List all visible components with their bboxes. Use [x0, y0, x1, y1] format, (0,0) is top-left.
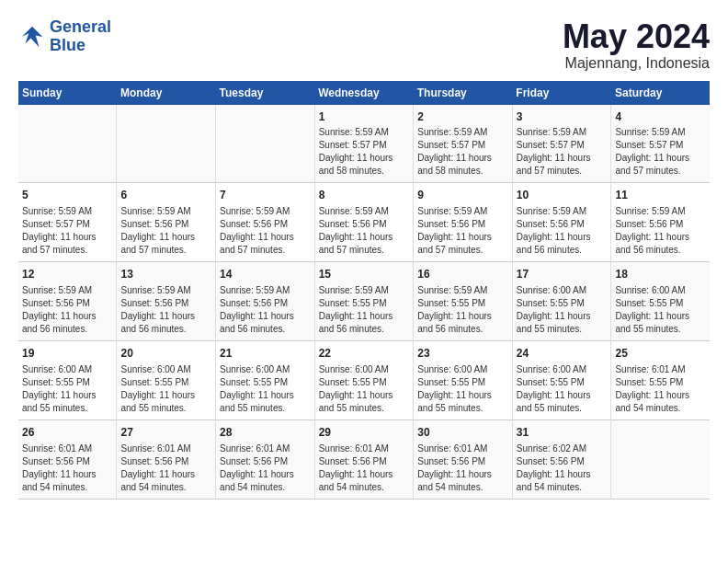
weekday-header-friday: Friday	[512, 81, 611, 105]
day-number: 15	[319, 267, 410, 282]
day-info: Sunrise: 6:00 AM Sunset: 5:55 PM Dayligh…	[517, 363, 608, 415]
day-number: 1	[319, 109, 410, 125]
calendar-week-row: 19Sunrise: 6:00 AM Sunset: 5:55 PM Dayli…	[18, 340, 710, 419]
day-number: 30	[417, 425, 508, 441]
calendar-cell: 25Sunrise: 6:01 AM Sunset: 5:55 PM Dayli…	[611, 340, 710, 419]
day-info: Sunrise: 5:59 AM Sunset: 5:57 PM Dayligh…	[517, 126, 608, 178]
day-info: Sunrise: 6:01 AM Sunset: 5:56 PM Dayligh…	[22, 442, 112, 494]
day-number: 3	[517, 109, 608, 125]
logo: General Blue	[18, 18, 111, 55]
day-info: Sunrise: 6:00 AM Sunset: 5:55 PM Dayligh…	[319, 363, 410, 415]
day-number: 18	[615, 267, 706, 282]
day-number: 9	[417, 188, 508, 203]
calendar-cell: 27Sunrise: 6:01 AM Sunset: 5:56 PM Dayli…	[117, 419, 216, 499]
calendar-cell: 6Sunrise: 5:59 AM Sunset: 5:56 PM Daylig…	[117, 183, 216, 262]
calendar-cell: 1Sunrise: 5:59 AM Sunset: 5:57 PM Daylig…	[314, 105, 414, 183]
day-number: 16	[417, 267, 508, 282]
day-number: 2	[417, 109, 508, 125]
calendar-cell: 14Sunrise: 5:59 AM Sunset: 5:56 PM Dayli…	[216, 262, 315, 341]
day-info: Sunrise: 6:01 AM Sunset: 5:56 PM Dayligh…	[319, 442, 410, 494]
calendar-cell: 3Sunrise: 5:59 AM Sunset: 5:57 PM Daylig…	[512, 105, 611, 183]
weekday-header-sunday: Sunday	[18, 81, 117, 105]
location: Majennang, Indonesia	[563, 55, 710, 72]
day-number: 8	[319, 188, 410, 203]
calendar-cell: 19Sunrise: 6:00 AM Sunset: 5:55 PM Dayli…	[18, 340, 117, 419]
day-number: 27	[120, 425, 211, 441]
calendar-cell: 4Sunrise: 5:59 AM Sunset: 5:57 PM Daylig…	[611, 105, 710, 183]
day-info: Sunrise: 6:01 AM Sunset: 5:56 PM Dayligh…	[120, 442, 211, 494]
day-info: Sunrise: 6:00 AM Sunset: 5:55 PM Dayligh…	[22, 363, 112, 415]
calendar-cell: 2Sunrise: 5:59 AM Sunset: 5:57 PM Daylig…	[414, 105, 513, 183]
calendar-header-row: SundayMondayTuesdayWednesdayThursdayFrid…	[18, 81, 710, 105]
calendar-cell: 16Sunrise: 5:59 AM Sunset: 5:55 PM Dayli…	[414, 262, 513, 341]
title-block: May 2024 Majennang, Indonesia	[563, 18, 710, 72]
day-info: Sunrise: 6:00 AM Sunset: 5:55 PM Dayligh…	[615, 284, 706, 336]
weekday-header-saturday: Saturday	[611, 81, 710, 105]
day-info: Sunrise: 5:59 AM Sunset: 5:57 PM Dayligh…	[319, 126, 410, 178]
day-info: Sunrise: 5:59 AM Sunset: 5:56 PM Dayligh…	[22, 284, 112, 336]
day-number: 13	[120, 267, 211, 282]
calendar-cell: 13Sunrise: 5:59 AM Sunset: 5:56 PM Dayli…	[117, 262, 216, 341]
page-header: General Blue May 2024 Majennang, Indones…	[18, 18, 710, 72]
calendar-week-row: 26Sunrise: 6:01 AM Sunset: 5:56 PM Dayli…	[18, 419, 710, 499]
day-number: 26	[22, 425, 112, 441]
calendar-week-row: 5Sunrise: 5:59 AM Sunset: 5:57 PM Daylig…	[18, 183, 710, 262]
day-number: 12	[22, 267, 112, 282]
day-info: Sunrise: 6:00 AM Sunset: 5:55 PM Dayligh…	[417, 363, 508, 415]
day-info: Sunrise: 5:59 AM Sunset: 5:56 PM Dayligh…	[220, 205, 311, 257]
calendar-cell	[117, 105, 216, 183]
weekday-header-wednesday: Wednesday	[314, 81, 414, 105]
day-info: Sunrise: 5:59 AM Sunset: 5:56 PM Dayligh…	[120, 205, 211, 257]
month-title: May 2024	[563, 18, 710, 55]
calendar-cell: 5Sunrise: 5:59 AM Sunset: 5:57 PM Daylig…	[18, 183, 117, 262]
day-number: 11	[615, 188, 706, 203]
calendar-cell: 7Sunrise: 5:59 AM Sunset: 5:56 PM Daylig…	[216, 183, 315, 262]
day-info: Sunrise: 5:59 AM Sunset: 5:56 PM Dayligh…	[319, 205, 410, 257]
calendar-cell: 29Sunrise: 6:01 AM Sunset: 5:56 PM Dayli…	[314, 419, 414, 499]
calendar-week-row: 1Sunrise: 5:59 AM Sunset: 5:57 PM Daylig…	[18, 105, 710, 183]
day-info: Sunrise: 5:59 AM Sunset: 5:56 PM Dayligh…	[517, 205, 608, 257]
calendar-cell: 20Sunrise: 6:00 AM Sunset: 5:55 PM Dayli…	[117, 340, 216, 419]
calendar-cell: 26Sunrise: 6:01 AM Sunset: 5:56 PM Dayli…	[18, 419, 117, 499]
calendar-table: SundayMondayTuesdayWednesdayThursdayFrid…	[18, 81, 710, 500]
weekday-header-tuesday: Tuesday	[216, 81, 315, 105]
day-number: 24	[517, 346, 608, 362]
day-number: 6	[120, 188, 211, 203]
day-number: 23	[417, 346, 508, 362]
logo-icon	[18, 23, 46, 51]
weekday-header-monday: Monday	[117, 81, 216, 105]
day-number: 19	[22, 346, 112, 362]
calendar-cell	[18, 105, 117, 183]
weekday-header-thursday: Thursday	[414, 81, 513, 105]
day-number: 14	[220, 267, 311, 282]
day-info: Sunrise: 5:59 AM Sunset: 5:56 PM Dayligh…	[615, 205, 706, 257]
calendar-cell: 12Sunrise: 5:59 AM Sunset: 5:56 PM Dayli…	[18, 262, 117, 341]
day-info: Sunrise: 6:01 AM Sunset: 5:56 PM Dayligh…	[220, 442, 311, 494]
calendar-cell: 9Sunrise: 5:59 AM Sunset: 5:56 PM Daylig…	[414, 183, 513, 262]
day-info: Sunrise: 5:59 AM Sunset: 5:57 PM Dayligh…	[417, 126, 508, 178]
day-info: Sunrise: 6:00 AM Sunset: 5:55 PM Dayligh…	[220, 363, 311, 415]
calendar-cell: 10Sunrise: 5:59 AM Sunset: 5:56 PM Dayli…	[512, 183, 611, 262]
calendar-cell: 21Sunrise: 6:00 AM Sunset: 5:55 PM Dayli…	[216, 340, 315, 419]
day-number: 17	[517, 267, 608, 282]
day-number: 21	[220, 346, 311, 362]
svg-marker-0	[22, 27, 43, 48]
day-info: Sunrise: 5:59 AM Sunset: 5:56 PM Dayligh…	[120, 284, 211, 336]
day-info: Sunrise: 5:59 AM Sunset: 5:57 PM Dayligh…	[22, 205, 112, 257]
day-number: 5	[22, 188, 112, 203]
calendar-cell	[611, 419, 710, 499]
calendar-cell: 17Sunrise: 6:00 AM Sunset: 5:55 PM Dayli…	[512, 262, 611, 341]
day-info: Sunrise: 5:59 AM Sunset: 5:56 PM Dayligh…	[417, 205, 508, 257]
calendar-cell: 28Sunrise: 6:01 AM Sunset: 5:56 PM Dayli…	[216, 419, 315, 499]
day-number: 31	[517, 425, 608, 441]
day-number: 10	[517, 188, 608, 203]
day-number: 22	[319, 346, 410, 362]
day-number: 7	[220, 188, 311, 203]
calendar-cell: 11Sunrise: 5:59 AM Sunset: 5:56 PM Dayli…	[611, 183, 710, 262]
calendar-cell: 30Sunrise: 6:01 AM Sunset: 5:56 PM Dayli…	[414, 419, 513, 499]
day-number: 29	[319, 425, 410, 441]
calendar-week-row: 12Sunrise: 5:59 AM Sunset: 5:56 PM Dayli…	[18, 262, 710, 341]
calendar-cell: 31Sunrise: 6:02 AM Sunset: 5:56 PM Dayli…	[512, 419, 611, 499]
day-info: Sunrise: 6:01 AM Sunset: 5:56 PM Dayligh…	[417, 442, 508, 494]
logo-text: General Blue	[50, 18, 111, 55]
